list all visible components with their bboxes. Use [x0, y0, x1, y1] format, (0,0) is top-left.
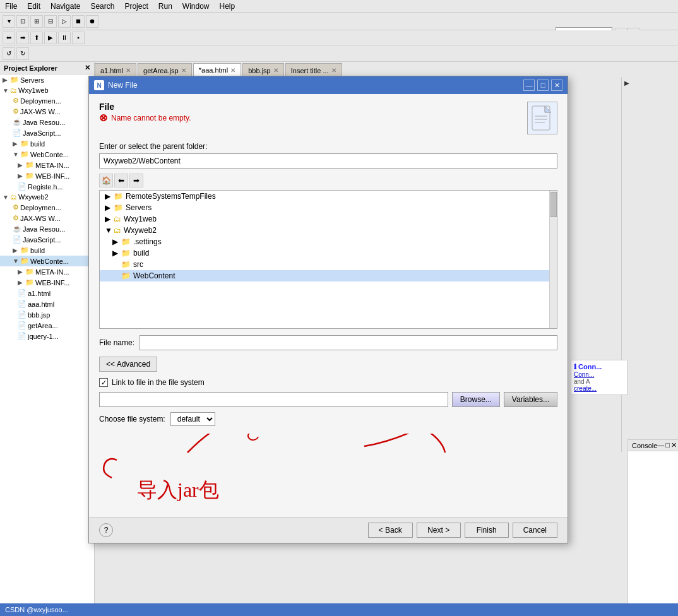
- sidebar-close[interactable]: ✕: [85, 64, 90, 72]
- t3-btn2[interactable]: ↻: [16, 47, 29, 60]
- tab-insert[interactable]: Insert title ... ✕: [285, 63, 342, 77]
- cancel-button[interactable]: Cancel: [513, 523, 557, 538]
- sidebar-item-aaahtml[interactable]: 📄 aaa.html: [0, 299, 94, 309]
- sidebar-item-webinf2[interactable]: ▶ 📁 WEB-INF...: [0, 277, 94, 288]
- sidebar-item-bbbjsp[interactable]: 📄 bbb.jsp: [0, 309, 94, 320]
- console-close[interactable]: ✕: [671, 441, 677, 449]
- conn-link1[interactable]: Conn...: [574, 371, 624, 378]
- sidebar-item-js2[interactable]: 📄 JavaScript...: [0, 234, 94, 245]
- dialog-close[interactable]: ✕: [551, 80, 562, 91]
- t2-btn5[interactable]: ⏸: [58, 32, 71, 44]
- menu-help[interactable]: Help: [217, 2, 238, 11]
- expand-servers: ▶: [3, 76, 9, 83]
- sidebar-item-webcontent2[interactable]: ▼ 📁 WebConte...: [0, 256, 94, 266]
- toolbar-btn-3[interactable]: ⊞: [30, 15, 43, 28]
- tab-aaahtml[interactable]: *aaa.html ✕: [193, 63, 241, 77]
- tab-bbb[interactable]: bbb.jsp ✕: [242, 63, 283, 77]
- sidebar-item-java1[interactable]: ☕ Java Resou...: [0, 117, 94, 127]
- console-maximize[interactable]: □: [665, 441, 670, 449]
- tree-item-webcontent[interactable]: 📁 WebContent: [100, 270, 557, 281]
- tree-scrollbar[interactable]: [549, 191, 557, 328]
- toolbar-btn-5[interactable]: ▷: [58, 15, 71, 28]
- tab-getarea[interactable]: getArea.jsp ✕: [138, 63, 192, 77]
- advanced-button[interactable]: << Advanced: [99, 357, 157, 372]
- tree-forward-btn[interactable]: ➡: [129, 174, 143, 187]
- sidebar-item-registe[interactable]: 📄 Registe.h...: [0, 181, 94, 192]
- conn-link3[interactable]: create...: [574, 385, 624, 392]
- tab-a1html-close[interactable]: ✕: [126, 67, 131, 74]
- help-button[interactable]: ?: [99, 523, 113, 537]
- menu-navigate[interactable]: Navigate: [48, 2, 83, 11]
- back-button[interactable]: < Back: [368, 523, 413, 538]
- menu-search[interactable]: Search: [88, 2, 117, 11]
- toolbar-btn-7[interactable]: ⏺: [86, 15, 98, 28]
- tree-item-wxyweb2[interactable]: ▼ 🗂 Wxyweb2: [100, 225, 557, 236]
- tree-item-remotesystems[interactable]: ▶ 📁 RemoteSystemsTempFiles: [100, 191, 557, 202]
- tab-getarea-close[interactable]: ✕: [181, 67, 186, 74]
- tab-insert-close[interactable]: ✕: [331, 67, 336, 74]
- menu-file[interactable]: File: [3, 2, 20, 11]
- t2-btn2[interactable]: ➡: [16, 32, 29, 44]
- toolbar-btn-2[interactable]: ⊡: [16, 15, 29, 28]
- sidebar-item-js1[interactable]: 📄 JavaScript...: [0, 127, 94, 138]
- sidebar-item-wxy1web[interactable]: ▼ 🗂 Wxy1web: [0, 85, 94, 95]
- toolbar-btn-4[interactable]: ⊟: [44, 15, 57, 28]
- sidebar-item-build1[interactable]: ▶ 📁 build: [0, 138, 94, 149]
- t3-btn1[interactable]: ↺: [3, 47, 15, 60]
- sidebar-item-webcontent1[interactable]: ▼ 📁 WebConte...: [0, 149, 94, 160]
- folder-tree-panel[interactable]: ▶ 📁 RemoteSystemsTempFiles ▶ 📁 Servers ▶…: [99, 190, 557, 329]
- sidebar-item-metainf1[interactable]: ▶ 📁 META-IN...: [0, 160, 94, 170]
- sidebar-item-build2[interactable]: ▶ 📁 build: [0, 245, 94, 256]
- sidebar-item-jaxws2[interactable]: ⚙ JAX-WS W...: [0, 213, 94, 223]
- variables-button[interactable]: Variables...: [504, 392, 557, 407]
- filesystem-select[interactable]: default: [170, 412, 215, 426]
- menu-window[interactable]: Window: [180, 2, 212, 11]
- tree-scrollbar-thumb[interactable]: [550, 192, 557, 217]
- tab-a1html[interactable]: a1.html ✕: [95, 63, 136, 77]
- folder-input[interactable]: [99, 153, 557, 169]
- tree-item-build[interactable]: ▶ 📁 build: [100, 247, 557, 259]
- error-icon: ⊗: [99, 112, 107, 124]
- console-minimize[interactable]: —: [657, 441, 664, 449]
- sidebar-item-metainf2[interactable]: ▶ 📁 META-IN...: [0, 266, 94, 277]
- t2-btn1[interactable]: ⬅: [3, 32, 15, 44]
- tab-bbb-close[interactable]: ✕: [273, 67, 278, 74]
- t2-btn4[interactable]: ▶: [44, 32, 57, 44]
- browse-button[interactable]: Browse...: [452, 392, 500, 407]
- tree-item-settings[interactable]: ▶ 📁 .settings: [100, 236, 557, 247]
- t2-btn6[interactable]: ▪: [72, 32, 85, 44]
- next-button[interactable]: Next >: [417, 523, 461, 538]
- sidebar-item-webinf1[interactable]: ▶ 📁 WEB-INF...: [0, 170, 94, 181]
- finish-button[interactable]: Finish: [465, 523, 509, 538]
- tab-aaahtml-close[interactable]: ✕: [230, 67, 235, 74]
- sidebar-item-getarea[interactable]: 📄 getArea...: [0, 320, 94, 331]
- folder-icon-build2: 📁: [20, 246, 29, 254]
- tab-bbb-label: bbb.jsp: [248, 67, 270, 74]
- sidebar-item-wxyweb2[interactable]: ▼ 🗂 Wxyweb2: [0, 192, 94, 202]
- tree-item-wxy1web[interactable]: ▶ 🗂 Wxy1web: [100, 213, 557, 225]
- sidebar-item-java2[interactable]: ☕ Java Resou...: [0, 223, 94, 234]
- dialog-maximize[interactable]: □: [537, 80, 549, 91]
- tree-home-btn[interactable]: 🏠: [99, 174, 113, 187]
- collapse-btn[interactable]: ▶: [624, 80, 629, 86]
- sidebar-item-jquery[interactable]: 📄 jquery-1...: [0, 331, 94, 341]
- tree-label-servers: Servers: [126, 203, 152, 212]
- filename-input[interactable]: [140, 335, 557, 350]
- toolbar-btn-6[interactable]: ⏹: [72, 15, 85, 28]
- sidebar-item-servers[interactable]: ▶ 📁 Servers: [0, 74, 94, 85]
- menu-run[interactable]: Run: [156, 2, 175, 11]
- dialog-minimize[interactable]: —: [523, 80, 535, 91]
- sidebar-item-a1html[interactable]: 📄 a1.html: [0, 288, 94, 299]
- menu-edit[interactable]: Edit: [25, 2, 43, 11]
- sidebar-item-deployment2[interactable]: ⚙ Deploymen...: [0, 202, 94, 213]
- path-input[interactable]: [99, 392, 448, 407]
- tree-back-btn[interactable]: ⬅: [114, 174, 128, 187]
- t2-btn3[interactable]: ⬆: [30, 32, 43, 44]
- tree-item-src[interactable]: 📁 src: [100, 259, 557, 270]
- toolbar-btn-1[interactable]: ▾: [3, 15, 15, 28]
- menu-project[interactable]: Project: [122, 2, 150, 11]
- sidebar-item-jaxws1[interactable]: ⚙ JAX-WS W...: [0, 106, 94, 117]
- sidebar-item-deployment1[interactable]: ⚙ Deploymen...: [0, 95, 94, 106]
- tree-item-servers[interactable]: ▶ 📁 Servers: [100, 202, 557, 213]
- link-to-file-checkbox[interactable]: [99, 378, 108, 387]
